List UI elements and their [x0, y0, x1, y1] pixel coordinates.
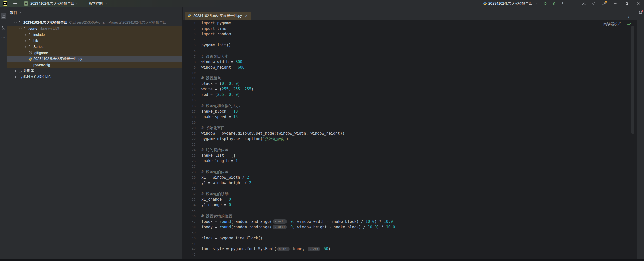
editor-tab-active[interactable]: 20234102孔志达实验报告四.py ✕ — [185, 12, 251, 20]
main-menu-button[interactable] — [13, 2, 17, 5]
notifications-button[interactable] — [638, 10, 643, 15]
chevron-right-icon[interactable] — [13, 68, 18, 73]
line-number[interactable]: 5 — [183, 43, 196, 48]
code-line[interactable]: 15 — [183, 98, 637, 103]
code-line[interactable]: 17snake_block = 10 — [183, 109, 637, 114]
inspections-widget[interactable]: 阅读器模式 — [603, 22, 631, 26]
line-number[interactable]: 36 — [183, 214, 196, 219]
line-number[interactable]: 27 — [183, 164, 196, 169]
line-number[interactable]: 10 — [183, 70, 196, 76]
minimize-button[interactable] — [611, 0, 619, 7]
chevron-right-icon[interactable] — [23, 38, 28, 43]
code-line[interactable]: 16# 设置蛇和食物的大小 — [183, 103, 637, 109]
line-number[interactable]: 6 — [183, 48, 196, 54]
version-control-widget[interactable]: 版本控制 — [89, 1, 103, 6]
more-actions-button[interactable]: ⋮ — [559, 1, 566, 6]
code-line[interactable]: 14red = (255, 0, 0) — [183, 92, 637, 98]
line-number[interactable]: 32 — [183, 191, 196, 197]
line-number[interactable]: 38 — [183, 225, 196, 230]
more-tool-windows-button[interactable]: ••• — [0, 36, 7, 40]
project-tool-button[interactable] — [1, 13, 6, 19]
line-number[interactable]: 20 — [183, 125, 196, 131]
chevron-right-icon[interactable] — [23, 44, 28, 49]
code-line[interactable]: 23 — [183, 142, 637, 147]
code-line[interactable]: 40clock = pygame.time.Clock() — [183, 236, 637, 241]
structure-tool-button[interactable] — [1, 25, 6, 31]
code-line[interactable]: 18snake_speed = 15 — [183, 114, 637, 120]
line-number[interactable]: 22 — [183, 136, 196, 142]
code-line[interactable]: 42font_style = pygame.font.SysFont(name:… — [183, 246, 637, 252]
tree-row[interactable]: 20234102孔志达实验报告四C:\Users\25356\PycharmPr… — [7, 20, 182, 26]
code-line[interactable]: 9window_height = 600 — [183, 65, 637, 70]
line-number[interactable]: 23 — [183, 142, 196, 147]
line-number[interactable]: 40 — [183, 236, 196, 241]
line-number[interactable]: 29 — [183, 175, 196, 180]
chevron-right-icon[interactable] — [23, 32, 28, 37]
line-number[interactable]: 1 — [183, 21, 196, 26]
code-line[interactable]: 6 — [183, 48, 637, 54]
code-line[interactable]: 43 — [183, 252, 637, 257]
code-editor[interactable]: 1import pygame2import time3import random… — [183, 20, 637, 259]
code-line[interactable]: 5pygame.init() — [183, 43, 637, 48]
line-number[interactable]: 21 — [183, 131, 196, 136]
line-number[interactable]: 28 — [183, 169, 196, 175]
code-line[interactable]: 13white = (255, 255, 255) — [183, 87, 637, 92]
line-number[interactable]: 31 — [183, 186, 196, 191]
tab-options-button[interactable]: ⋮ — [627, 14, 631, 18]
run-configuration-widget[interactable]: 20234102孔志达实验报告四 — [483, 1, 537, 6]
code-line[interactable]: 29x1 = window_width / 2 — [183, 175, 637, 180]
line-number[interactable]: 4 — [183, 37, 196, 43]
run-button[interactable] — [542, 1, 549, 6]
line-number[interactable]: 12 — [183, 81, 196, 87]
chevron-down-icon[interactable] — [13, 20, 18, 25]
line-number[interactable]: 17 — [183, 109, 196, 114]
tree-row[interactable]: Scripts — [7, 44, 182, 50]
line-number[interactable]: 19 — [183, 120, 196, 125]
code-line[interactable]: 8window_width = 800 — [183, 59, 637, 65]
line-number[interactable]: 8 — [183, 59, 196, 65]
code-line[interactable]: 24# 蛇的初始位置 — [183, 147, 637, 153]
line-number[interactable]: 2 — [183, 26, 196, 32]
code-line[interactable]: 4 — [183, 37, 637, 43]
tab-close-button[interactable]: ✕ — [245, 14, 248, 18]
code-line[interactable]: 7# 设置窗口大小 — [183, 54, 637, 59]
tree-row[interactable]: .gitignore — [7, 50, 182, 56]
code-line[interactable]: 35 — [183, 208, 637, 214]
code-line[interactable]: 19 — [183, 120, 637, 125]
line-number[interactable]: 15 — [183, 98, 196, 103]
code-line[interactable]: 12black = (0, 0, 0) — [183, 81, 637, 87]
code-line[interactable]: 34y1_change = 0 — [183, 202, 637, 208]
search-everywhere-button[interactable] — [591, 1, 597, 6]
line-number[interactable]: 7 — [183, 54, 196, 59]
code-line[interactable]: 25snake_list = [] — [183, 153, 637, 159]
line-number[interactable]: 42 — [183, 246, 196, 252]
line-number[interactable]: 30 — [183, 180, 196, 186]
line-number[interactable]: 18 — [183, 114, 196, 120]
restore-window-button[interactable] — [623, 0, 631, 7]
chevron-down-icon[interactable] — [18, 26, 23, 31]
line-number[interactable]: 16 — [183, 103, 196, 109]
code-line[interactable]: 1import pygame — [183, 21, 637, 26]
line-number[interactable]: 43 — [183, 252, 196, 257]
code-line[interactable]: 31 — [183, 186, 637, 191]
code-line[interactable]: 33x1_change = 0 — [183, 197, 637, 202]
tree-row[interactable]: 外部库 — [7, 68, 182, 74]
code-line[interactable]: 32# 设置蛇的移动 — [183, 191, 637, 197]
line-number[interactable]: 11 — [183, 76, 196, 81]
tree-row[interactable]: .venvlibrary根目录 — [7, 26, 182, 32]
tree-row[interactable]: include — [7, 32, 182, 38]
project-name-widget[interactable]: 20234102孔志达实验报告四 — [30, 1, 74, 6]
code-line[interactable]: 27 — [183, 164, 637, 169]
line-number[interactable]: 9 — [183, 65, 196, 70]
line-number[interactable]: 34 — [183, 202, 196, 208]
code-line[interactable]: 39 — [183, 230, 637, 236]
line-number[interactable]: 3 — [183, 32, 196, 37]
code-line[interactable]: 28# 设置蛇的位置 — [183, 169, 637, 175]
project-panel-header[interactable]: 项目 — [7, 7, 182, 19]
line-number[interactable]: 14 — [183, 92, 196, 98]
line-number[interactable]: 35 — [183, 208, 196, 214]
code-line[interactable]: 20# 初始化窗口 — [183, 125, 637, 131]
close-window-button[interactable] — [634, 0, 642, 7]
line-number[interactable]: 41 — [183, 241, 196, 247]
tree-row[interactable]: pyvenv.cfg — [7, 62, 182, 68]
